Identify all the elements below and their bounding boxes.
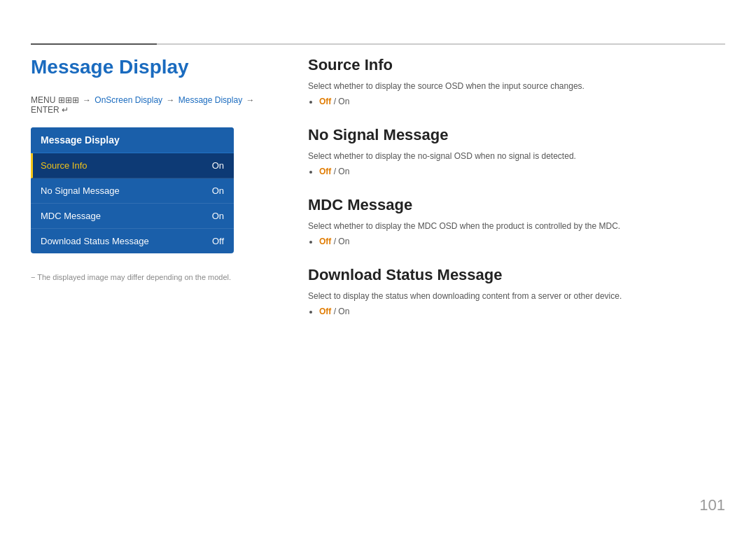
section-source-info-options: Off / On [308, 97, 725, 106]
no-signal-off: Off [319, 167, 331, 176]
page-title: Message Display [31, 56, 283, 78]
section-mdc-title: MDC Message [308, 196, 725, 214]
left-panel: Message Display MENU ⊞⊞⊞ → OnScreen Disp… [31, 56, 283, 281]
right-panel: Source Info Select whether to display th… [308, 56, 725, 336]
breadcrumb: MENU ⊞⊞⊞ → OnScreen Display → Message Di… [31, 95, 283, 115]
footnote: The displayed image may differ depending… [31, 273, 283, 281]
section-no-signal-options: Off / On [308, 167, 725, 176]
download-on: / On [334, 307, 350, 316]
menu-item-no-signal-value: On [212, 185, 224, 196]
breadcrumb-enter: ENTER ↵ [31, 105, 69, 115]
mdc-on: / On [334, 237, 350, 246]
source-info-off: Off [319, 97, 331, 106]
breadcrumb-arrow-1: → [83, 95, 93, 105]
section-download: Download Status Message Select to displa… [308, 266, 725, 316]
menu-box: Message Display Source Info On No Signal… [31, 127, 234, 253]
section-source-info: Source Info Select whether to display th… [308, 56, 725, 106]
menu-item-source-info[interactable]: Source Info On [31, 153, 234, 178]
breadcrumb-arrow-3: → [246, 95, 254, 105]
breadcrumb-arrow-2: → [166, 95, 176, 105]
section-download-title: Download Status Message [308, 266, 725, 284]
section-no-signal-title: No Signal Message [308, 126, 725, 144]
menu-item-mdc-value: On [212, 211, 224, 221]
source-info-on: / On [334, 97, 350, 106]
top-rule [31, 43, 725, 45]
mdc-option-text: Off / On [319, 237, 349, 246]
menu-item-mdc[interactable]: MDC Message On [31, 204, 234, 229]
breadcrumb-menu: MENU ⊞⊞⊞ [31, 95, 79, 105]
menu-item-download[interactable]: Download Status Message Off [31, 229, 234, 253]
breadcrumb-onscreen[interactable]: OnScreen Display [94, 95, 162, 105]
section-source-info-title: Source Info [308, 56, 725, 74]
menu-item-download-value: Off [212, 236, 224, 246]
section-no-signal-desc: Select whether to display the no-signal … [308, 150, 725, 162]
section-download-options: Off / On [308, 307, 725, 316]
menu-item-no-signal[interactable]: No Signal Message On [31, 178, 234, 204]
section-source-info-option: Off / On [319, 97, 725, 106]
section-source-info-desc: Select whether to display the source OSD… [308, 80, 725, 92]
section-mdc: MDC Message Select whether to display th… [308, 196, 725, 246]
breadcrumb-message[interactable]: Message Display [178, 95, 242, 105]
source-info-option-text: Off / On [319, 97, 349, 106]
section-no-signal: No Signal Message Select whether to disp… [308, 126, 725, 176]
download-option-text: Off / On [319, 307, 349, 316]
menu-box-header: Message Display [31, 127, 234, 153]
download-off: Off [319, 307, 331, 316]
menu-item-no-signal-label: No Signal Message [41, 185, 120, 196]
section-download-desc: Select to display the status when downlo… [308, 290, 725, 302]
section-mdc-options: Off / On [308, 237, 725, 246]
no-signal-on: / On [334, 167, 350, 176]
menu-item-download-label: Download Status Message [41, 236, 149, 246]
page-number: 101 [699, 496, 725, 514]
section-mdc-option: Off / On [319, 237, 725, 246]
no-signal-option-text: Off / On [319, 167, 349, 176]
section-download-option: Off / On [319, 307, 725, 316]
menu-item-source-info-value: On [212, 160, 224, 171]
menu-item-source-info-label: Source Info [41, 160, 88, 171]
section-no-signal-option: Off / On [319, 167, 725, 176]
mdc-off: Off [319, 237, 331, 246]
section-mdc-desc: Select whether to display the MDC OSD wh… [308, 220, 725, 232]
menu-item-mdc-label: MDC Message [41, 211, 101, 221]
